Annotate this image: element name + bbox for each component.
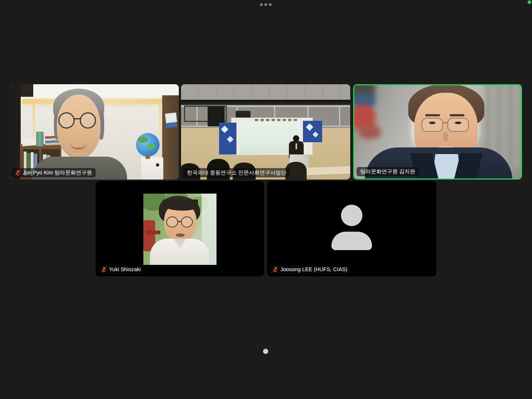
truss-post [339, 106, 340, 127]
video-frame [354, 85, 521, 178]
mic-muted-icon [101, 266, 107, 272]
mouth [176, 233, 185, 237]
status-dot-icon [528, 0, 531, 4]
nose [443, 132, 448, 141]
glasses-lens [181, 216, 193, 228]
glasses-bridge [442, 122, 448, 123]
eye [429, 122, 436, 124]
box-dot [156, 163, 159, 167]
dot-icon [269, 3, 272, 6]
banner-right [303, 121, 322, 142]
paper [165, 113, 177, 123]
globe-land [147, 144, 155, 149]
participant-name: Joosong LEE (HUFS, CIAS) [280, 266, 347, 273]
glasses-lens [58, 112, 75, 129]
participant-name: 한국외대 중동연구소 인문사회연구사업단 [187, 169, 286, 176]
wood-panel [162, 95, 179, 180]
mic-muted-icon [272, 266, 278, 272]
presenter-lanyard [296, 143, 297, 149]
meeting-window: Jun Pyo Kim 탐라문화연구원 [0, 0, 532, 399]
participant-name: Yuki Shiozaki [109, 266, 141, 273]
globe-land [138, 137, 148, 143]
participant-name-label: Joosong LEE (HUFS, CIAS) [269, 265, 351, 274]
dark-edge [10, 84, 21, 180]
dot-icon [265, 3, 267, 6]
participant-name-label: 한국외대 중동연구소 인문사회연구사업단 [183, 168, 290, 177]
participant-name: 탐라문화연구원 김치완 [360, 168, 415, 175]
profile-photo [143, 194, 216, 265]
participant-name-label: Yuki Shiozaki [98, 265, 144, 274]
participant-name-label: 탐라문화연구원 김치완 [357, 167, 419, 176]
video-frame [10, 84, 179, 180]
globe [136, 133, 160, 157]
video-frame [181, 84, 350, 180]
participant-name: Jun Pyo Kim 탐라문화연구원 [23, 169, 92, 176]
video-tile-jun-pyo-kim[interactable]: Jun Pyo Kim 탐라문화연구원 [10, 84, 179, 180]
video-tile-kim-chi-wan-active-speaker[interactable]: 탐라문화연구원 김치완 [353, 84, 522, 180]
eyebrow [425, 114, 440, 116]
glasses-lens [80, 112, 96, 129]
glasses-lens [447, 118, 469, 132]
red-chair-arm [146, 231, 160, 234]
ceiling [181, 84, 350, 100]
avatar-frame [267, 181, 436, 276]
tumbler [36, 132, 44, 146]
pagination-dot[interactable] [263, 349, 268, 354]
globe-stand [146, 155, 150, 159]
dot-icon [260, 3, 263, 6]
dark-beam [181, 100, 350, 105]
bg-red-blob [359, 125, 381, 139]
eye [455, 122, 461, 124]
more-options-indicator[interactable] [260, 3, 272, 6]
avatar-frame [96, 181, 264, 276]
glasses-lens [166, 216, 178, 228]
person-silhouette-icon [331, 232, 372, 250]
video-tile-hufs-lecture-hall[interactable]: 한국외대 중동연구소 인문사회연구사업단 [181, 84, 350, 180]
eyebrow [450, 114, 464, 116]
participant-name-label: Jun Pyo Kim 탐라문화연구원 [12, 168, 96, 177]
video-tile-joosong-lee[interactable]: Joosong LEE (HUFS, CIAS) [267, 181, 436, 276]
video-tile-yuki-shiozaki[interactable]: Yuki Shiozaki [96, 181, 264, 276]
glasses-lens [422, 118, 443, 132]
glasses-bridge [74, 118, 81, 119]
glasses-bridge [178, 221, 181, 222]
person-silhouette-icon [341, 205, 362, 226]
board-text [255, 119, 299, 121]
mic-muted-icon [15, 170, 21, 175]
white-box [141, 157, 163, 180]
